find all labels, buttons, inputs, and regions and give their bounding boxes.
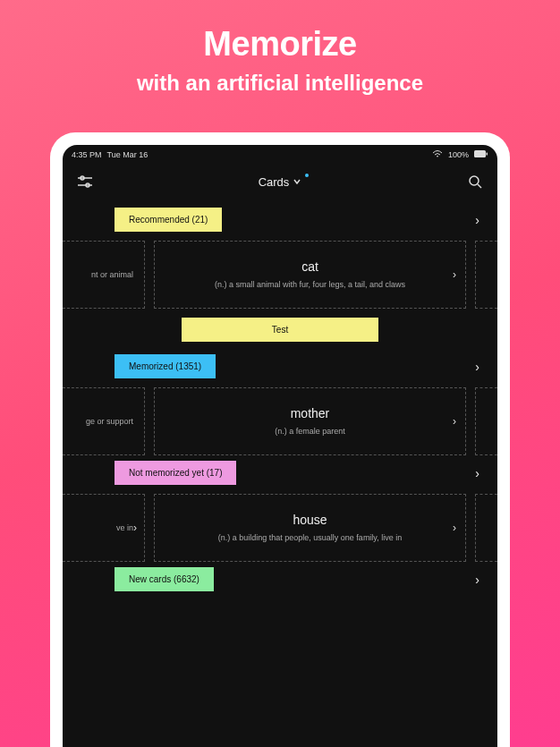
status-battery: 100% [448,150,469,159]
svg-line-7 [478,184,481,188]
settings-icon[interactable] [77,174,93,190]
battery-icon [474,150,488,159]
svg-rect-0 [474,150,486,157]
card-def-partial: ge or support [73,417,133,426]
section-header[interactable]: New cards (6632)› [63,567,497,600]
card-partial[interactable]: ge or support [63,387,145,455]
chevron-right-icon: › [453,415,456,428]
test-button[interactable]: Test [182,318,378,342]
card-row: nt or animalcat(n.) a small animal with … [63,241,497,309]
flashcard[interactable]: house(n.) a building that people, usuall… [154,494,466,562]
app-header: Cards [63,165,497,202]
section-badge: Recommended (21) [115,208,222,232]
card-row: ge or supportmother(n.) a female parent› [63,387,497,455]
search-icon[interactable] [467,174,483,190]
chevron-right-icon: › [475,360,479,374]
card-title: mother [291,406,330,420]
section-badge: Not memorized yet (17) [115,461,236,485]
wifi-icon [432,149,443,160]
section-header[interactable]: Not memorized yet (17)› [63,461,497,494]
chevron-right-icon: › [475,213,479,227]
status-time: 4:35 PM [72,150,102,159]
chevron-right-icon: › [133,522,137,534]
flashcard[interactable]: mother(n.) a female parent› [154,387,466,455]
chevron-down-icon [293,177,301,186]
status-date: Tue Mar 16 [107,150,148,159]
marketing-title: Memorize [0,25,560,64]
section-header[interactable]: Recommended (21)› [63,208,497,241]
card-title: house [293,513,327,527]
card-partial[interactable] [475,387,497,455]
chevron-right-icon: › [475,466,479,480]
card-row: ve in›house(n.) a building that people, … [63,494,497,562]
card-partial[interactable] [475,241,497,309]
status-bar: 4:35 PM Tue Mar 16 100% [63,145,497,165]
section-badge: New cards (6632) [115,567,214,591]
card-partial[interactable] [475,494,497,562]
card-partial[interactable]: nt or animal [63,241,145,309]
card-partial[interactable]: ve in› [63,494,145,562]
chevron-right-icon: › [453,522,456,534]
card-definition: (n.) a small animal with fur, four legs,… [208,279,412,291]
flashcard[interactable]: cat(n.) a small animal with fur, four le… [154,241,466,309]
section-badge: Memorized (1351) [115,354,216,378]
chevron-right-icon: › [453,268,456,281]
section-header[interactable]: Memorized (1351)› [63,354,497,387]
card-def-partial: ve in [73,523,133,532]
card-definition: (n.) a female parent [267,426,352,437]
marketing-subtitle: with an artificial intelligence [0,71,560,96]
card-definition: (n.) a building that people, usually one… [211,532,409,544]
tablet-frame: 4:35 PM Tue Mar 16 100% Cards [50,132,510,747]
card-def-partial: nt or animal [73,270,133,279]
card-title: cat [301,259,318,274]
svg-point-6 [470,176,479,185]
tablet-screen: 4:35 PM Tue Mar 16 100% Cards [63,145,497,747]
svg-rect-1 [487,153,488,156]
chevron-right-icon: › [475,573,479,587]
notification-dot [305,174,309,177]
dropdown-label: Cards [259,175,290,189]
cards-dropdown[interactable]: Cards [259,175,302,189]
